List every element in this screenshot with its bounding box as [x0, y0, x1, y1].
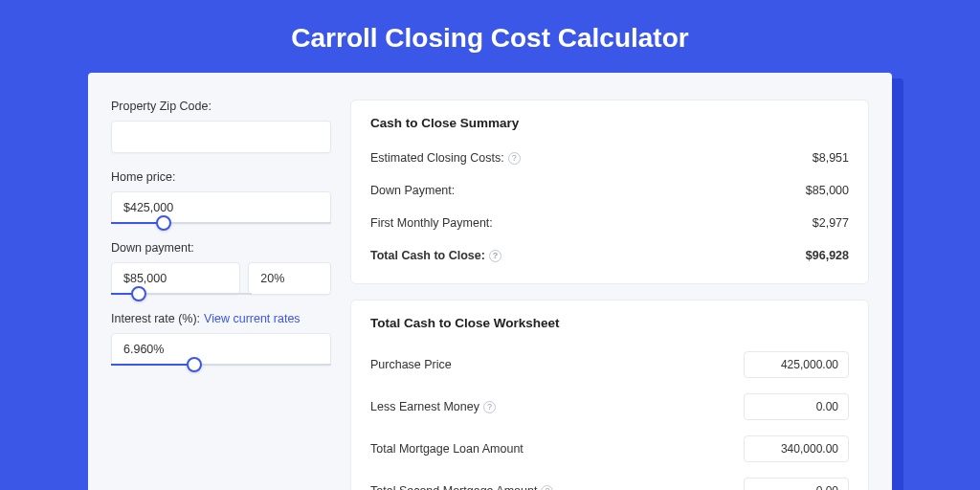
summary-row: First Monthly Payment: $2,977 — [370, 209, 849, 241]
summary-total-value: $96,928 — [806, 249, 849, 262]
calculator-card: Property Zip Code: Home price: Down paym… — [88, 73, 892, 490]
worksheet-row: Purchase Price — [370, 344, 849, 386]
rate-label-text: Interest rate (%): — [111, 312, 200, 325]
worksheet-value-input[interactable] — [744, 351, 849, 378]
worksheet-row: Total Mortgage Loan Amount — [370, 428, 849, 470]
inputs-column: Property Zip Code: Home price: Down paym… — [111, 100, 331, 490]
worksheet-label: Total Mortgage Loan Amount — [370, 442, 523, 456]
summary-row: Estimated Closing Costs: ? $8,951 — [370, 144, 849, 176]
help-icon[interactable]: ? — [483, 401, 496, 413]
summary-label: Estimated Closing Costs: — [370, 151, 504, 165]
slider-thumb[interactable] — [187, 357, 202, 372]
home-price-field: Home price: — [111, 170, 331, 224]
zip-input[interactable] — [111, 121, 331, 153]
summary-title: Cash to Close Summary — [370, 116, 849, 130]
summary-label: First Monthly Payment: — [370, 216, 493, 230]
worksheet-title: Total Cash to Close Worksheet — [370, 316, 849, 330]
worksheet-value-input[interactable] — [744, 478, 849, 490]
slider-fill — [111, 364, 194, 366]
help-icon[interactable]: ? — [489, 250, 501, 262]
down-payment-label: Down payment: — [111, 241, 331, 255]
summary-value: $2,977 — [813, 216, 849, 230]
worksheet-panel: Total Cash to Close Worksheet Purchase P… — [350, 300, 869, 490]
worksheet-value-input[interactable] — [744, 435, 849, 462]
summary-row: Down Payment: $85,000 — [370, 176, 849, 209]
down-payment-pct-input[interactable] — [248, 262, 331, 295]
summary-panel: Cash to Close Summary Estimated Closing … — [350, 100, 869, 284]
down-payment-slider[interactable] — [111, 293, 252, 295]
zip-field: Property Zip Code: — [111, 100, 331, 153]
view-rates-link[interactable]: View current rates — [204, 312, 301, 325]
down-payment-input[interactable] — [111, 262, 240, 295]
worksheet-label: Purchase Price — [370, 358, 452, 371]
interest-rate-slider[interactable] — [111, 364, 331, 366]
interest-rate-field: Interest rate (%): View current rates — [111, 312, 331, 366]
slider-thumb[interactable] — [131, 286, 146, 301]
home-price-slider[interactable] — [111, 222, 331, 224]
worksheet-row: Less Earnest Money ? — [370, 386, 849, 428]
interest-rate-input[interactable] — [111, 333, 331, 366]
interest-rate-label: Interest rate (%): View current rates — [111, 312, 331, 325]
worksheet-row: Total Second Mortgage Amount ? — [370, 470, 849, 490]
page-title: Carroll Closing Cost Calculator — [0, 0, 980, 73]
results-column: Cash to Close Summary Estimated Closing … — [350, 100, 869, 490]
worksheet-label: Less Earnest Money — [370, 400, 479, 413]
zip-label: Property Zip Code: — [111, 100, 331, 113]
summary-value: $8,951 — [813, 151, 849, 165]
home-price-input[interactable] — [111, 191, 331, 224]
summary-value: $85,000 — [806, 184, 849, 197]
help-icon[interactable]: ? — [541, 485, 553, 491]
worksheet-value-input[interactable] — [744, 393, 849, 420]
home-price-label: Home price: — [111, 170, 331, 184]
worksheet-label: Total Second Mortgage Amount — [370, 484, 537, 490]
summary-label: Down Payment: — [370, 184, 455, 197]
slider-thumb[interactable] — [156, 215, 171, 231]
help-icon[interactable]: ? — [508, 152, 521, 165]
summary-total-row: Total Cash to Close: ? $96,928 — [370, 241, 849, 274]
summary-total-label: Total Cash to Close: — [370, 249, 485, 262]
down-payment-field: Down payment: — [111, 241, 331, 295]
